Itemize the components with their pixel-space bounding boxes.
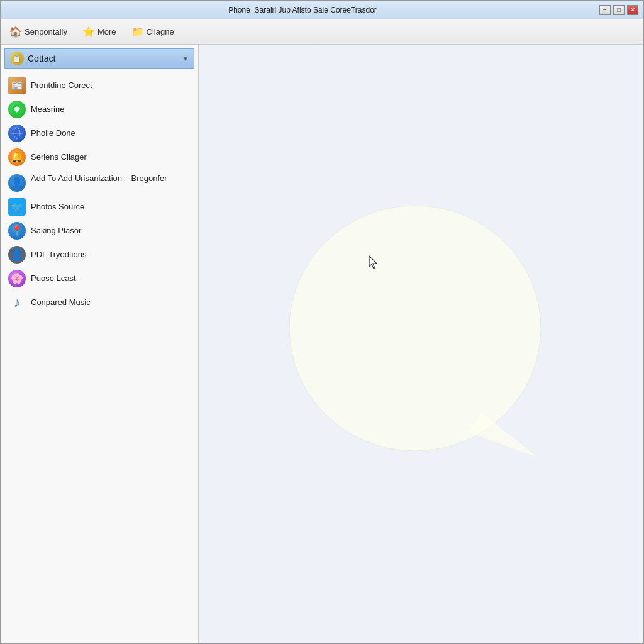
sidebar-item-pdl-tryodtions[interactable]: 👤 PDL Tryodtions — [1, 243, 198, 267]
speech-bubble — [286, 206, 557, 482]
person-add-icon: 👤 — [8, 174, 26, 192]
toolbar-more[interactable]: ⭐ More — [79, 25, 120, 40]
toolbar-more-label: More — [97, 27, 116, 36]
toolbar-cllagne-label: Cllagne — [147, 27, 174, 36]
sidebar-item-measrine[interactable]: Measrine — [1, 97, 198, 121]
app-window: Phone_Sarairl Jup Afisto Sale CoreeTrasd… — [0, 0, 644, 644]
pdl-tryodtions-label: PDL Tryodtions — [31, 250, 191, 260]
close-button[interactable]: ✕ — [627, 5, 638, 15]
sidebar-item-saking-plasor[interactable]: 📍 Saking Plasor — [1, 219, 198, 243]
main-area: 📋 Cottact ▼ 📰 Prontdine Corect Measrine — [1, 45, 643, 643]
home-icon: 🏠 — [9, 26, 22, 38]
folder-icon: 📁 — [131, 26, 144, 38]
sidebar: 📋 Cottact ▼ 📰 Prontdine Corect Measrine — [1, 45, 199, 643]
title-controls: − □ ✕ — [599, 5, 638, 15]
toolbar: 🏠 Senpontally ⭐ More 📁 Cllagne — [1, 19, 643, 45]
photos-source-label: Photos Source — [31, 202, 191, 213]
toolbar-cllagne[interactable]: 📁 Cllagne — [128, 25, 178, 40]
svg-point-4 — [289, 206, 541, 451]
sidebar-item-puose-lcast[interactable]: 🌸 Puose Lcast — [1, 267, 198, 291]
measrine-label: Measrine — [31, 104, 191, 115]
news-icon: 📰 — [8, 77, 26, 94]
add-to-add-label: Add To Add Urisanization – Bregonfer — [31, 173, 191, 184]
location-icon: 📍 — [8, 222, 26, 240]
conpared-music-label: Conpared Music — [31, 297, 191, 308]
window-title: Phone_Sarairl Jup Afisto Sale CoreeTrasd… — [6, 6, 599, 14]
maximize-button[interactable]: □ — [613, 5, 625, 15]
seriens-cllager-label: Seriens Cllager — [31, 152, 191, 163]
toolbar-senpontally[interactable]: 🏠 Senpontally — [6, 25, 71, 40]
sidebar-header-label: Cottact — [28, 53, 55, 64]
sidebar-header-icon: 📋 — [10, 52, 24, 65]
sidebar-header-content: 📋 Cottact — [10, 52, 55, 65]
sidebar-item-pholle-done[interactable]: Pholle Done — [1, 121, 198, 145]
pholle-done-label: Pholle Done — [31, 128, 191, 139]
sidebar-list: 📰 Prontdine Corect Measrine Pholle Done — [1, 71, 198, 317]
toolbar-senpontally-label: Senpontally — [25, 27, 67, 36]
music-icon: ♪ — [8, 294, 26, 311]
saking-plasor-label: Saking Plasor — [31, 226, 191, 236]
prontdine-corect-label: Prontdine Corect — [31, 80, 191, 91]
minimize-button[interactable]: − — [599, 5, 611, 15]
flower-icon: 🌸 — [8, 270, 26, 287]
sidebar-item-conpared-music[interactable]: ♪ Conpared Music — [1, 291, 198, 314]
content-area — [199, 45, 643, 643]
twitter-icon: 🐦 — [8, 198, 26, 216]
sidebar-item-seriens-cllager[interactable]: 🔔 Seriens Cllager — [1, 145, 198, 169]
person-dark-icon: 👤 — [8, 246, 26, 264]
title-bar: Phone_Sarairl Jup Afisto Sale CoreeTrasd… — [1, 1, 643, 19]
bell-icon: 🔔 — [8, 148, 26, 166]
globe-icon — [8, 125, 26, 142]
message-icon — [8, 101, 26, 118]
sidebar-item-add-to-add[interactable]: 👤 Add To Add Urisanization – Bregonfer — [1, 169, 198, 195]
chevron-down-icon: ▼ — [182, 55, 189, 62]
sidebar-item-prontdine-corect[interactable]: 📰 Prontdine Corect — [1, 74, 198, 97]
sidebar-item-photos-source[interactable]: 🐦 Photos Source — [1, 195, 198, 219]
star-icon: ⭐ — [82, 26, 95, 38]
sidebar-dropdown[interactable]: 📋 Cottact ▼ — [4, 48, 194, 69]
puose-lcast-label: Puose Lcast — [31, 274, 191, 284]
